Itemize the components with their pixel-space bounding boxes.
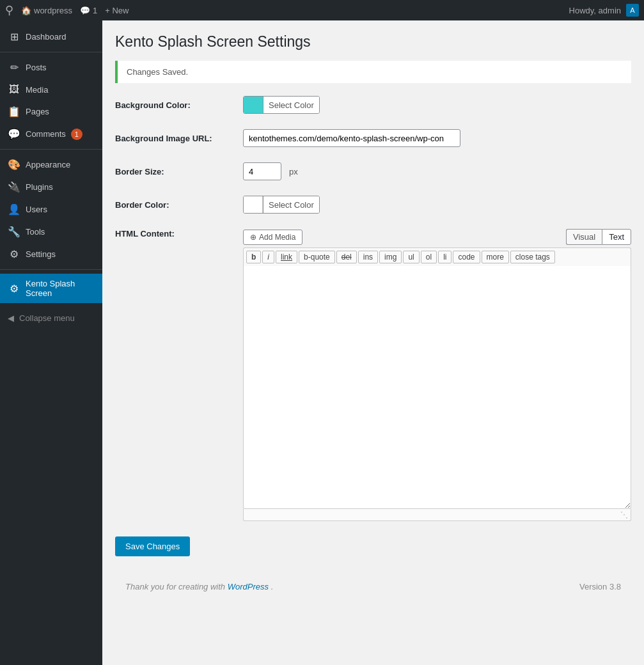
visual-text-tabs: Visual Text [566, 229, 631, 245]
border-size-control: px [243, 162, 298, 180]
footer-version: Version 3.8 [579, 582, 621, 591]
pages-icon: 📋 [8, 106, 20, 118]
kento-splash-icon: ⚙ [8, 283, 20, 295]
bg-color-swatch [244, 96, 263, 114]
sidebar-separator-2 [0, 149, 102, 150]
admin-bar-comments[interactable]: 💬 1 [80, 6, 97, 15]
settings-icon: ⚙ [8, 248, 20, 260]
footer: Thank you for creating with WordPress . … [115, 572, 631, 602]
fmt-ins[interactable]: ins [358, 251, 378, 263]
html-content-label: HTML Content: [115, 229, 243, 239]
wp-logo-icon: ⚲ [5, 3, 13, 17]
tools-icon: 🔧 [8, 226, 20, 238]
fmt-more[interactable]: more [482, 251, 509, 263]
bg-image-row: Background Image URL: [115, 129, 631, 147]
fmt-del[interactable]: del [336, 251, 357, 263]
editor-toolbar-top: ⊕ Add Media Visual Text [243, 229, 631, 245]
border-size-suffix: px [289, 167, 298, 176]
dashboard-icon: ⊞ [8, 31, 20, 43]
footer-wp-link[interactable]: WordPress [228, 582, 269, 591]
fmt-ul[interactable]: ul [403, 251, 419, 263]
bg-color-select-text: Select Color [263, 97, 319, 113]
comments-icon: 💬 [8, 128, 20, 140]
editor-resize-handle: ⋱ [243, 509, 631, 521]
html-content-row: HTML Content: ⊕ Add Media Visual Tex [115, 229, 631, 521]
tab-text[interactable]: Text [602, 229, 631, 245]
admin-bar-right: Howdy, admin A [569, 4, 639, 17]
sidebar-item-plugins[interactable]: 🔌 Plugins [0, 176, 102, 198]
add-media-button[interactable]: ⊕ Add Media [243, 230, 302, 245]
fmt-img[interactable]: img [379, 251, 402, 263]
comments-icon: 💬 [80, 6, 90, 15]
sidebar-item-users[interactable]: 👤 Users [0, 198, 102, 221]
sidebar-item-media[interactable]: 🖼 Media [0, 79, 102, 100]
sidebar-item-dashboard[interactable]: ⊞ Dashboard [0, 26, 102, 48]
admin-bar: ⚲ 🏠 wordpress 💬 1 + New Howdy, admin A [0, 0, 644, 20]
bg-color-row: Background Color: Select Color [115, 96, 631, 114]
settings-form: Background Color: Select Color Backgroun… [115, 96, 631, 572]
border-size-row: Border Size: px [115, 162, 631, 180]
fmt-ol[interactable]: ol [421, 251, 437, 263]
sidebar-item-kento-splash[interactable]: ⚙ Kento Splash Screen [0, 274, 102, 303]
users-icon: 👤 [8, 203, 20, 215]
border-color-row: Border Color: Select Color [115, 196, 631, 214]
bg-image-control [243, 129, 460, 147]
border-size-input[interactable] [243, 162, 281, 180]
bg-color-label: Background Color: [115, 100, 243, 110]
comments-badge: 1 [71, 129, 82, 140]
admin-avatar[interactable]: A [626, 4, 639, 17]
sidebar-collapse[interactable]: ◀ Collapse menu [0, 308, 102, 328]
admin-bar-site[interactable]: 🏠 wordpress [21, 6, 72, 15]
sidebar-item-appearance[interactable]: 🎨 Appearance [0, 153, 102, 176]
sidebar-item-posts[interactable]: ✏ Posts [0, 56, 102, 79]
sidebar-item-pages[interactable]: 📋 Pages [0, 100, 102, 123]
admin-bar-howdy: Howdy, admin [569, 6, 621, 15]
notice-success: Changes Saved. [115, 61, 631, 83]
add-media-icon: ⊕ [250, 233, 256, 242]
bg-color-swatch-button[interactable]: Select Color [243, 96, 320, 114]
plugins-icon: 🔌 [8, 181, 20, 193]
sidebar: ⊞ Dashboard ✏ Posts 🖼 Media 📋 Pages 💬 Co… [0, 20, 102, 665]
fmt-code[interactable]: code [453, 251, 480, 263]
fmt-bquote[interactable]: b-quote [299, 251, 335, 263]
bg-image-input[interactable] [243, 129, 460, 147]
editor-format-bar: b i link b-quote del ins img ul ol li co… [243, 247, 631, 266]
collapse-arrow-icon: ◀ [8, 313, 14, 323]
save-changes-button[interactable]: Save Changes [115, 536, 190, 556]
admin-bar-new[interactable]: + New [105, 6, 129, 15]
bg-image-label: Background Image URL: [115, 134, 243, 143]
fmt-close-tags[interactable]: close tags [510, 251, 555, 263]
border-size-label: Border Size: [115, 167, 243, 176]
html-content-textarea[interactable] [243, 266, 631, 509]
page-title: Kento Splash Screen Settings [115, 33, 631, 51]
border-color-label: Border Color: [115, 200, 243, 210]
fmt-bold[interactable]: b [246, 251, 261, 263]
border-color-select-text: Select Color [263, 196, 319, 213]
appearance-icon: 🎨 [8, 159, 20, 171]
border-color-swatch [244, 196, 263, 214]
tab-visual[interactable]: Visual [566, 229, 602, 245]
sidebar-item-settings[interactable]: ⚙ Settings [0, 243, 102, 265]
fmt-link[interactable]: link [276, 251, 297, 263]
sidebar-item-comments[interactable]: 💬 Comments 1 [0, 123, 102, 145]
fmt-li[interactable]: li [438, 251, 452, 263]
main-content: Kento Splash Screen Settings Changes Sav… [102, 20, 644, 665]
footer-thank-you: Thank you for creating with [125, 582, 228, 591]
border-color-swatch-button[interactable]: Select Color [243, 196, 320, 214]
media-icon: 🖼 [8, 84, 20, 95]
sidebar-separator-1 [0, 52, 102, 52]
posts-icon: ✏ [8, 61, 20, 74]
home-icon: 🏠 [21, 6, 31, 15]
sidebar-separator-3 [0, 269, 102, 270]
layout: ⊞ Dashboard ✏ Posts 🖼 Media 📋 Pages 💬 Co… [0, 20, 644, 665]
editor-wrapper: ⊕ Add Media Visual Text [243, 229, 631, 521]
sidebar-item-tools[interactable]: 🔧 Tools [0, 221, 102, 243]
fmt-italic[interactable]: i [262, 251, 274, 263]
bg-color-control: Select Color [243, 96, 320, 114]
border-color-control: Select Color [243, 196, 320, 214]
